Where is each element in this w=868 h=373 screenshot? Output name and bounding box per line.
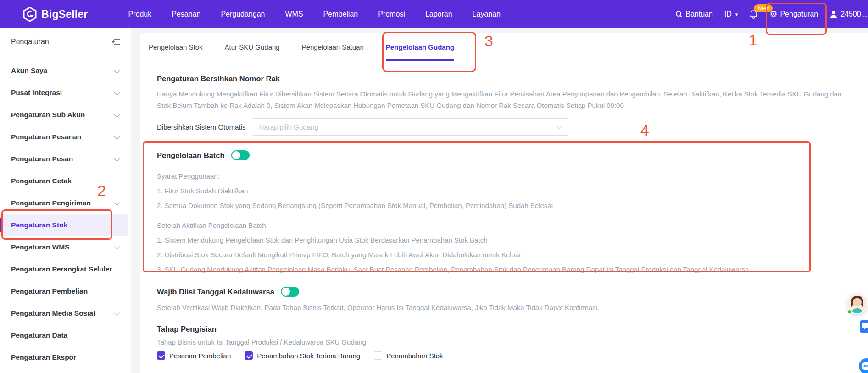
sidebar-item-pesan[interactable]: Pengaturan Pesan [0, 148, 131, 170]
sidebar-item-wms[interactable]: Pengaturan WMS [0, 236, 131, 258]
sidebar-item-stok[interactable]: Pengaturan Stok [0, 214, 128, 236]
language-dropdown[interactable]: ID ▾ [724, 10, 738, 18]
batch-toggle[interactable] [231, 150, 250, 160]
chevron-down-icon [114, 199, 120, 205]
menu-wms[interactable]: WMS [285, 10, 303, 18]
checkbox-penambahan-stok[interactable]: Penambahan Stok [374, 351, 443, 360]
navbar-right: Bantuan ID ▾ New ⚙ Pengaturan 24500... [675, 10, 868, 19]
checkbox-checked-icon [157, 351, 165, 360]
section-pengelolaan-batch: Pengelolaan Batch Syarat Penggunaan: 1. … [157, 150, 851, 274]
batch-line: 1. Fitur Stok Sudah Diaktifkan [157, 186, 851, 196]
tab-bar: Pengelolaan Stok Atur SKU Gudang Pengelo… [140, 33, 868, 61]
tab-atur-sku-gudang[interactable]: Atur SKU Gudang [225, 33, 280, 61]
fill-stage-title: Tahap Pengisian [157, 325, 851, 333]
chat-widget-button[interactable] [860, 320, 868, 333]
top-navbar: BigSeller Produk Pesanan Pergudangan WMS… [0, 0, 868, 28]
auto-clean-label: Dibersihkan Sistem Otomatis [157, 123, 245, 131]
batch-line: Syarat Penggunaan: [157, 171, 851, 181]
auto-clean-row: Dibersihkan Sistem Otomatis Harap pilih … [157, 118, 851, 136]
sidebar-item-pusat-integrasi[interactable]: Pusat Integrasi [0, 82, 131, 104]
sidebar-item-pengiriman[interactable]: Pengaturan Pengiriman [0, 192, 131, 214]
sidebar-header: Pengaturan [6, 28, 126, 53]
batch-line: 2. Semua Dokumen Stok yang Sedang Berlan… [157, 201, 851, 210]
menu-promosi[interactable]: Promosi [378, 10, 405, 18]
stock-settings-panel: Pengelolaan Stok Atur SKU Gudang Pengelo… [140, 33, 868, 373]
tab-pengelolaan-stok[interactable]: Pengelolaan Stok [149, 33, 203, 61]
search-icon [675, 11, 683, 18]
sidebar-title: Pengaturan [11, 38, 49, 46]
expiry-title: Wajib Diisi Tanggal Kedaluwarsa [157, 288, 274, 296]
user-account[interactable]: 24500... [829, 10, 867, 18]
chat-bubble-icon [862, 323, 868, 330]
checkbox-unchecked-icon [374, 351, 382, 360]
tab-pengelolaan-satuan[interactable]: Pengelolaan Satuan [302, 33, 364, 61]
user-icon [829, 10, 838, 18]
section-tanggal-kedaluwarsa: Wajib Diisi Tanggal Kedaluwarsa Setelah … [157, 287, 851, 360]
sidebar-item-pesanan[interactable]: Pengaturan Pesanan [0, 126, 131, 148]
sidebar-item-sub-akun[interactable]: Pengaturan Sub Akun [0, 104, 131, 126]
collapse-sidebar-button[interactable] [112, 39, 120, 45]
tab-content: Pengaturan Bersihkan Nomor Rak Hanya Men… [140, 61, 868, 360]
expiry-toggle[interactable] [281, 287, 299, 297]
sidebar-menu: Akun Saya Pusat Integrasi Pengaturan Sub… [0, 53, 131, 368]
menu-produk[interactable]: Produk [128, 10, 152, 18]
chevron-down-icon [114, 67, 120, 73]
settings-sidebar: Pengaturan Akun Saya Pusat Integrasi Pen… [0, 28, 131, 373]
tab-pengelolaan-gudang[interactable]: Pengelolaan Gudang [386, 33, 454, 61]
sidebar-item-pembelian[interactable]: Pengaturan Pembelian [0, 280, 131, 302]
settings-button[interactable]: ⚙ Pengaturan [769, 10, 818, 18]
batch-line: Setelah Aktifkan Pengelolaan Batch: [157, 220, 851, 230]
bigseller-logo-icon [23, 7, 37, 22]
chevron-down-icon [114, 111, 120, 117]
sidebar-item-data[interactable]: Pengaturan Data [0, 324, 131, 346]
sidebar-item-akun-saya[interactable]: Akun Saya [0, 60, 131, 82]
menu-pembelian[interactable]: Pembelian [323, 10, 358, 18]
batch-description: Syarat Penggunaan: 1. Fitur Stok Sudah D… [157, 171, 851, 274]
batch-line: 3. SKU Gudang Mendukung Aktifan Pengelol… [157, 265, 851, 274]
section-title: Pengaturan Bersihkan Nomor Rak [157, 74, 851, 83]
collapse-icon [112, 39, 120, 45]
caret-down-icon: ▾ [735, 11, 738, 17]
messenger-icon [861, 362, 868, 371]
checkbox-checked-icon [245, 351, 253, 360]
menu-laporan[interactable]: Laporan [425, 10, 452, 18]
batch-title: Pengelolaan Batch [157, 151, 225, 160]
menu-pergudangan[interactable]: Pergudangan [221, 10, 265, 18]
checkbox-pesanan-pembelian[interactable]: Pesanan Pembelian [157, 351, 231, 360]
checkbox-penambahan-stok-terima-barang[interactable]: Penambahan Stok Terima Barang [245, 351, 360, 360]
chevron-down-icon [114, 133, 120, 139]
chevron-down-icon [114, 89, 120, 95]
fill-stage-description: Tahap Bisnis untuk Isi Tanggal Produksi … [157, 338, 851, 346]
chevron-down-icon [114, 243, 120, 249]
sidebar-item-cetak[interactable]: Pengaturan Cetak [0, 170, 131, 192]
online-status-dot [847, 310, 851, 314]
menu-layanan[interactable]: Layanan [473, 10, 501, 18]
brand[interactable]: BigSeller [23, 7, 88, 22]
batch-line: 1. Sistem Mendukung Pengelolaan Stok dan… [157, 235, 851, 245]
section-description: Hanya Mendukung Mengaktifkan Fitur Diber… [157, 88, 851, 111]
sidebar-item-ekspor[interactable]: Pengaturan Ekspor [0, 346, 131, 368]
sidebar-item-perangkat-seluler[interactable]: Pengaturan Perangkat Seluler [0, 258, 131, 280]
section-bersihkan-nomor-rak: Pengaturan Bersihkan Nomor Rak Hanya Men… [157, 74, 851, 136]
expiry-description: Setelah Verifikasi Wajib Diaktifkan, Pad… [157, 303, 851, 312]
help-button[interactable]: Bantuan [675, 10, 713, 18]
sidebar-item-media-sosial[interactable]: Pengaturan Media Sosial [0, 302, 131, 324]
new-badge: New [754, 4, 773, 12]
chevron-down-icon [114, 155, 120, 161]
chevron-down-icon [557, 123, 563, 129]
select-placeholder: Harap pilih Gudang [259, 123, 557, 131]
fill-stage-options: Pesanan Pembelian Penambahan Stok Terima… [157, 351, 851, 360]
main-menu: Produk Pesanan Pergudangan WMS Pembelian… [128, 10, 501, 18]
chevron-down-icon [114, 310, 120, 316]
batch-line: 2. Distribusi Stok Secara Default Mengik… [157, 250, 851, 260]
menu-pesanan[interactable]: Pesanan [172, 10, 200, 18]
brand-name: BigSeller [41, 8, 88, 21]
notifications-button[interactable]: New [749, 10, 758, 19]
warehouse-select[interactable]: Harap pilih Gudang [252, 118, 568, 136]
